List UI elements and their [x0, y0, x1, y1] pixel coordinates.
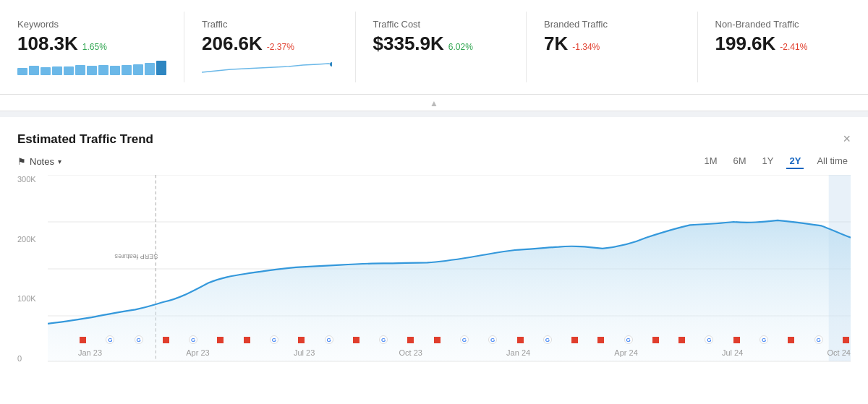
x-label-apr24: Apr 24: [614, 348, 637, 357]
traffic-metric: Traffic 206.6K -2.37%: [184, 12, 356, 82]
mini-bar: [75, 65, 85, 75]
traffic-label: Traffic: [202, 19, 338, 30]
red-flag-icon: [678, 337, 685, 343]
traffic-cost-change: 6.02%: [448, 42, 473, 52]
mini-bar-highlight: [156, 61, 166, 75]
notes-button[interactable]: ⚑ Notes ▾: [17, 156, 61, 167]
chart-panel: Estimated Traffic Trend × ⚑ Notes ▾ 1M 6…: [0, 117, 868, 404]
red-flag-icon: [80, 337, 86, 343]
notes-chevron-icon: ▾: [58, 158, 61, 166]
non-branded-value: 199.6K: [715, 33, 776, 55]
mini-bar: [64, 66, 74, 75]
x-label-jul24: Jul 24: [722, 348, 743, 357]
x-label-jul23: Jul 23: [294, 348, 315, 357]
red-flag-icon: [163, 337, 169, 343]
google-icon: G: [135, 335, 143, 344]
chart-toolbar: ⚑ Notes ▾ 1M 6M 1Y 2Y All time: [17, 154, 851, 169]
non-branded-value-row: 199.6K -2.41%: [715, 33, 851, 55]
notes-icon: ⚑: [17, 156, 26, 167]
traffic-mini-chart: [202, 59, 332, 75]
red-flag-icon: [217, 337, 224, 343]
non-branded-label: Non-Branded Traffic: [715, 19, 851, 30]
panel-toggle[interactable]: ▲: [0, 95, 868, 111]
chart-header: Estimated Traffic Trend ×: [17, 132, 851, 147]
mini-bar: [17, 68, 27, 75]
chart-svg-area: SERP features: [48, 175, 851, 363]
google-icon: G: [106, 335, 114, 344]
mini-bar: [145, 63, 155, 75]
branded-traffic-change: -1.34%: [572, 42, 600, 52]
branded-traffic-label: Branded Traffic: [544, 19, 680, 30]
traffic-cost-label: Traffic Cost: [373, 19, 509, 30]
filter-1m[interactable]: 1M: [701, 154, 720, 169]
keywords-metric: Keywords 108.3K 1.65%: [0, 12, 184, 82]
branded-traffic-value: 7K: [544, 33, 568, 55]
y-label-100k: 100K: [17, 294, 36, 303]
non-branded-metric: Non-Branded Traffic 199.6K -2.41%: [698, 12, 869, 82]
notes-label: Notes: [30, 156, 54, 167]
svg-text:SERP features: SERP features: [114, 253, 158, 261]
red-flag-icon: [571, 337, 578, 343]
branded-traffic-value-row: 7K -1.34%: [544, 33, 680, 55]
filter-all-time[interactable]: All time: [814, 154, 851, 169]
traffic-change: -2.37%: [267, 42, 294, 52]
keywords-label: Keywords: [17, 19, 166, 30]
keywords-value: 108.3K: [17, 33, 78, 55]
mini-bar: [122, 65, 132, 75]
y-axis: 300K 200K 100K 0: [17, 175, 36, 384]
google-icon: G: [189, 335, 197, 344]
icons-row: G G G G G G G G G: [78, 335, 851, 344]
chart-container: 300K 200K 100K 0 SERP features: [17, 175, 851, 384]
x-label-apr23: Apr 23: [186, 348, 209, 357]
time-filters: 1M 6M 1Y 2Y All time: [701, 154, 851, 169]
non-branded-change: -2.41%: [780, 42, 807, 52]
x-label-oct24: Oct 24: [827, 348, 851, 357]
traffic-cost-value-row: $335.9K 6.02%: [373, 33, 509, 55]
red-flag-icon: [434, 337, 441, 343]
svg-point-0: [330, 62, 332, 66]
google-icon: G: [705, 335, 713, 344]
red-flag-icon: [407, 337, 414, 343]
mini-bar: [41, 67, 51, 75]
x-label-oct23: Oct 23: [399, 348, 422, 357]
google-icon: G: [624, 335, 633, 344]
red-flag-icon: [353, 337, 359, 343]
mini-bar: [110, 66, 120, 75]
mini-bar: [98, 65, 109, 75]
x-label-jan24: Jan 24: [506, 348, 530, 357]
google-icon: G: [488, 335, 497, 344]
mini-bar: [87, 66, 97, 75]
keywords-value-row: 108.3K 1.65%: [17, 33, 166, 55]
google-icon: G: [543, 335, 552, 344]
red-flag-icon: [733, 337, 740, 343]
traffic-value-row: 206.6K -2.37%: [202, 33, 338, 55]
google-icon: G: [760, 335, 768, 344]
mini-bar: [133, 64, 143, 75]
red-flag-icon: [652, 337, 659, 343]
google-icon: G: [460, 335, 469, 344]
red-flag-icon: [517, 337, 524, 343]
google-icon: G: [325, 335, 333, 344]
y-label-200k: 200K: [17, 235, 36, 244]
traffic-value: 206.6K: [202, 33, 263, 55]
filter-1y[interactable]: 1Y: [760, 154, 777, 169]
red-flag-icon: [597, 337, 604, 343]
y-label-300k: 300K: [17, 175, 36, 184]
chart-title: Estimated Traffic Trend: [17, 132, 153, 147]
metrics-panel: Keywords 108.3K 1.65%: [0, 0, 868, 95]
filter-6m[interactable]: 6M: [731, 154, 749, 169]
close-button[interactable]: ×: [843, 132, 851, 147]
branded-traffic-metric: Branded Traffic 7K -1.34%: [527, 12, 698, 82]
mini-bar: [52, 66, 62, 75]
x-label-jan23: Jan 23: [78, 348, 102, 357]
google-icon: G: [270, 335, 278, 344]
google-icon: G: [814, 335, 823, 344]
red-flag-icon: [788, 337, 794, 343]
red-flag-icon: [298, 337, 305, 343]
y-label-0: 0: [17, 354, 36, 363]
mini-bar: [29, 66, 39, 75]
x-axis: Jan 23 Apr 23 Jul 23 Oct 23 Jan 24 Apr 2…: [78, 348, 851, 357]
filter-2y[interactable]: 2Y: [786, 154, 804, 169]
red-flag-icon: [843, 337, 849, 343]
red-flag-icon: [244, 337, 250, 343]
